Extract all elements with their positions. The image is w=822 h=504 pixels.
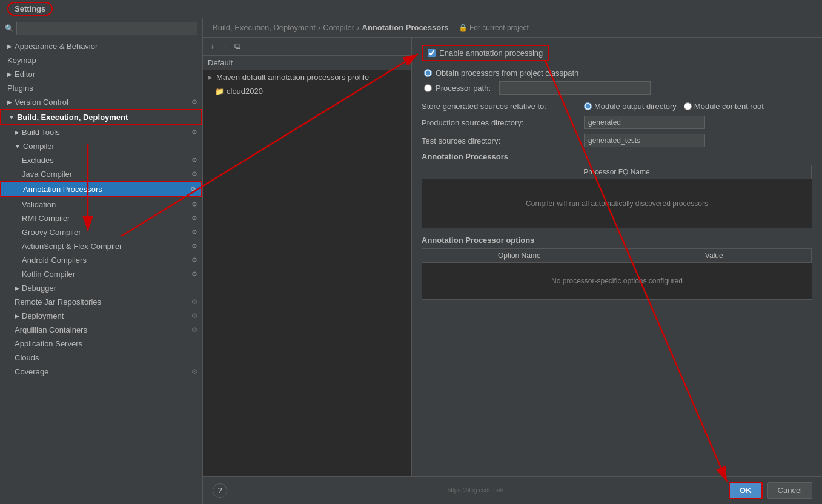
folder-icon: 📁 (215, 87, 224, 96)
module-output-dir-label[interactable]: Module output directory (584, 102, 677, 111)
sidebar-item-compiler[interactable]: ▼ Compiler (0, 139, 202, 153)
profiles-list: Default ▶ Maven default annotation proce… (203, 56, 411, 476)
sidebar-item-keymap[interactable]: Keymap (0, 53, 202, 67)
sidebar-item-label: Java Compiler (22, 170, 72, 179)
arrow-icon: ▶ (15, 313, 19, 319)
content-area: Build, Execution, Deployment › Compiler … (203, 18, 822, 504)
obtain-from-classpath-radio[interactable] (424, 69, 432, 77)
sidebar-item-version-control[interactable]: ▶ Version Control ⚙ (0, 95, 202, 109)
settings-icon: ⚙ (191, 228, 197, 236)
settings-icon: ⚙ (190, 185, 196, 193)
sidebar-item-label: Version Control (15, 98, 68, 107)
processor-path-radio[interactable] (424, 84, 432, 92)
search-icon: 🔍 (5, 24, 14, 33)
list-item[interactable]: ▶ Maven default annotation processors pr… (203, 70, 411, 84)
sidebar-item-groovy-compiler[interactable]: Groovy Compiler ⚙ (0, 225, 202, 239)
production-sources-input[interactable] (584, 116, 705, 129)
sidebar-item-excludes[interactable]: Excludes ⚙ (0, 153, 202, 167)
sidebar-item-app-servers[interactable]: Application Servers (0, 337, 202, 351)
settings-icon: ⚙ (191, 298, 197, 306)
settings-icon: ⚙ (191, 242, 197, 250)
profile-item-label: Maven default annotation processors prof… (216, 73, 369, 82)
processor-path-row: Processor path: (424, 81, 812, 94)
production-sources-row: Production sources directory: (422, 116, 812, 129)
arrow-icon: ▶ (7, 99, 12, 105)
sidebar-item-annotation-processors[interactable]: Annotation Processors ⚙ (0, 181, 202, 197)
obtain-from-classpath-label: Obtain processors from project classpath (436, 68, 578, 78)
copy-profile-button[interactable]: ⧉ (232, 40, 243, 53)
remove-profile-button[interactable]: − (220, 41, 230, 53)
list-item[interactable]: 📁 cloud2020 (203, 84, 411, 98)
breadcrumb-note: 🔒 For current project (459, 24, 529, 32)
cancel-button[interactable]: Cancel (767, 482, 812, 499)
sidebar-item-actionscript-compiler[interactable]: ActionScript & Flex Compiler ⚙ (0, 239, 202, 253)
module-content-root-radio[interactable] (684, 102, 692, 110)
help-button[interactable]: ? (213, 483, 227, 498)
profile-header: Default (203, 56, 411, 70)
options-section-title: Annotation Processor options (422, 236, 812, 245)
arrow-icon: ▼ (8, 114, 15, 121)
sidebar-item-arquillian[interactable]: Arquillian Containers ⚙ (0, 323, 202, 337)
options-table-body: No processor-specific options configured (422, 263, 812, 299)
sidebar-item-label: Application Servers (15, 339, 82, 348)
dialog-body: 🔍 ▶ Appearance & Behavior Keymap ▶ Edito… (0, 18, 822, 504)
sidebar-item-deployment[interactable]: ▶ Deployment ⚙ (0, 309, 202, 323)
sidebar-item-rmi-compiler[interactable]: RMI Compiler ⚙ (0, 211, 202, 225)
processor-path-input[interactable] (499, 81, 651, 94)
production-sources-label: Production sources directory: (422, 118, 579, 127)
option-value-header: Value (617, 249, 812, 262)
add-profile-button[interactable]: + (208, 41, 217, 53)
sidebar-item-label: Clouds (15, 353, 39, 362)
sidebar-item-coverage[interactable]: Coverage ⚙ (0, 365, 202, 379)
option-name-header: Option Name (422, 249, 617, 262)
sidebar-item-label: Keymap (7, 56, 36, 65)
sidebar-item-remote-jar[interactable]: Remote Jar Repositories ⚙ (0, 295, 202, 309)
profiles-panel: + − ⧉ Default ▶ Maven default annotation… (203, 38, 412, 476)
breadcrumb-current: Annotation Processors (362, 23, 449, 32)
footer-url: https://blog.csdn.net/... (448, 487, 509, 494)
sidebar-item-label: Annotation Processors (23, 185, 102, 194)
sidebar-item-validation[interactable]: Validation ⚙ (0, 197, 202, 211)
breadcrumb: Build, Execution, Deployment › Compiler … (203, 18, 822, 38)
test-sources-input[interactable] (584, 134, 705, 147)
arrow-icon: ▶ (7, 43, 12, 50)
sidebar-item-label: Validation (22, 200, 56, 209)
sidebar-item-label: Excludes (22, 156, 54, 165)
search-input[interactable] (16, 22, 197, 35)
processor-path-label: Processor path: (436, 84, 491, 93)
store-generated-row: Store generated sources relative to: Mod… (422, 102, 812, 111)
sidebar-item-build-tools[interactable]: ▶ Build Tools ⚙ (0, 125, 202, 139)
ok-button[interactable]: OK (729, 482, 763, 499)
sidebar-item-label: Debugger (22, 284, 56, 293)
settings-icon: ⚙ (191, 312, 197, 320)
module-output-dir-radio[interactable] (584, 102, 592, 110)
sidebar-item-plugins[interactable]: Plugins (0, 81, 202, 95)
settings-icon: ⚙ (191, 214, 197, 222)
settings-icon: ⚙ (191, 201, 197, 208)
enable-annotation-label[interactable]: Enable annotation processing (422, 45, 549, 61)
sidebar-item-kotlin-compiler[interactable]: Kotlin Compiler ⚙ (0, 267, 202, 281)
sidebar-item-label: Groovy Compiler (22, 228, 81, 237)
enable-annotation-row: Enable annotation processing (422, 45, 812, 61)
sidebar-item-label: Build, Execution, Deployment (17, 113, 128, 122)
sidebar-item-debugger[interactable]: ▶ Debugger (0, 281, 202, 295)
profile-item-label: cloud2020 (227, 87, 263, 96)
enable-annotation-checkbox[interactable] (428, 49, 436, 57)
sidebar-item-label: RMI Compiler (22, 214, 70, 223)
sidebar-item-android-compilers[interactable]: Android Compilers ⚙ (0, 253, 202, 267)
sidebar-item-appearance[interactable]: ▶ Appearance & Behavior (0, 39, 202, 53)
sidebar-item-clouds[interactable]: Clouds (0, 351, 202, 365)
breadcrumb-sep-1: › (318, 23, 320, 32)
settings-icon: ⚙ (191, 170, 197, 178)
annotation-settings-panel: Enable annotation processing Obtain proc… (412, 38, 822, 476)
sidebar-item-editor[interactable]: ▶ Editor (0, 67, 202, 81)
arrow-icon: ▶ (15, 285, 19, 291)
settings-title: Settings (7, 2, 53, 16)
module-content-root-label[interactable]: Module content root (684, 102, 764, 111)
sidebar-item-label: Editor (15, 70, 35, 79)
table-body: Compiler will run all automatically disc… (422, 179, 812, 228)
sidebar-item-java-compiler[interactable]: Java Compiler ⚙ (0, 167, 202, 181)
content-body: + − ⧉ Default ▶ Maven default annotation… (203, 38, 822, 476)
sidebar-item-build-execution[interactable]: ▼ Build, Execution, Deployment (0, 109, 202, 125)
arrow-icon: ▶ (7, 71, 12, 78)
